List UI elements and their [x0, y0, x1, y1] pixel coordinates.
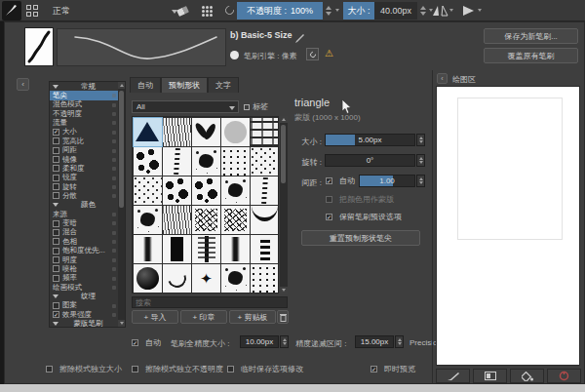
item-checkbox[interactable]	[53, 192, 59, 199]
brush-preset-icon[interactable]	[200, 4, 214, 19]
tip-search-input[interactable]	[132, 296, 288, 308]
settings-item-24[interactable]: 图案	[50, 301, 125, 310]
lock-icon[interactable]	[112, 286, 116, 290]
opacity-options-caret-icon[interactable]	[335, 9, 339, 12]
scroll-up-icon[interactable]	[118, 82, 125, 89]
item-checkbox[interactable]	[53, 165, 59, 172]
item-checkbox[interactable]	[53, 156, 59, 163]
lock-icon[interactable]	[112, 267, 116, 271]
brush-tip-ink-blob[interactable]	[134, 206, 162, 234]
lock-icon[interactable]	[112, 103, 116, 107]
full-size-spinner[interactable]	[280, 335, 289, 348]
full-size-field[interactable]: 10.00px	[240, 335, 279, 348]
tip-rotation-field[interactable]: 0°	[325, 154, 415, 167]
tip-rotation-spinner[interactable]	[416, 154, 425, 167]
settings-item-21[interactable]: 频率	[50, 274, 125, 283]
use-color-as-mask-checkbox[interactable]: 把颜色用作蒙版	[326, 194, 394, 205]
settings-item-6[interactable]: 宽高比	[50, 137, 125, 145]
tab-文字[interactable]: 文字	[208, 77, 239, 93]
spacing-auto-checkbox[interactable]: ✓自动	[326, 176, 355, 186]
lock-icon[interactable]	[112, 139, 116, 143]
instant-preview-checkbox[interactable]: ✓即时预览	[370, 364, 415, 374]
workspace-grid-icon[interactable]	[26, 5, 39, 18]
lock-icon[interactable]	[112, 213, 116, 216]
save-as-new-brush-button[interactable]: 保存为新笔刷...	[484, 28, 578, 44]
item-checkbox[interactable]	[53, 275, 59, 282]
lock-icon[interactable]	[112, 94, 116, 98]
brush-tip-swirl[interactable]	[163, 264, 191, 293]
mirror-h-caret-icon[interactable]	[449, 9, 453, 12]
overwrite-brush-button[interactable]: 覆盖原有笔刷	[484, 48, 578, 63]
scroll-down-icon[interactable]	[280, 287, 288, 294]
lock-icon[interactable]	[112, 112, 116, 116]
brush-tip-speckle[interactable]	[221, 147, 250, 176]
scratchpad-gradient-button[interactable]	[473, 369, 507, 383]
scratchpad-brush-button[interactable]	[436, 369, 470, 383]
brush-tip-sparse-dots[interactable]	[251, 264, 279, 293]
lock-icon[interactable]	[112, 149, 116, 153]
item-checkbox[interactable]	[53, 137, 59, 144]
settings-item-14[interactable]: 来源	[50, 210, 125, 218]
item-checkbox[interactable]	[53, 175, 59, 181]
item-checkbox[interactable]	[53, 220, 59, 227]
settings-section-0[interactable]: 常规	[50, 82, 125, 91]
item-checkbox[interactable]	[53, 248, 59, 255]
settings-section-23[interactable]: 纹理	[50, 292, 125, 300]
lock-icon[interactable]	[112, 304, 116, 308]
settings-item-10[interactable]: 锐度	[50, 174, 125, 182]
item-checkbox[interactable]	[53, 265, 59, 272]
eraser-mode-icon[interactable]	[176, 4, 190, 19]
lock-icon[interactable]	[112, 176, 116, 180]
lock-icon[interactable]	[112, 221, 116, 225]
settings-item-8[interactable]: 镜像	[50, 155, 125, 164]
tip-spacing-field[interactable]: 1.00	[359, 175, 415, 187]
settings-item-16[interactable]: 混合	[50, 228, 125, 237]
lock-icon[interactable]	[112, 158, 116, 162]
scrollbar-thumb[interactable]	[281, 125, 286, 183]
item-checkbox[interactable]	[53, 183, 59, 190]
engine-reload-button[interactable]	[306, 48, 319, 60]
mirror-horizontal-icon[interactable]	[432, 3, 448, 19]
tip-size-field[interactable]: 5.00px	[325, 134, 415, 146]
settings-section-26[interactable]: 蒙版笔刷	[50, 319, 125, 328]
brush-tip-scratch[interactable]	[221, 206, 250, 234]
brush-tip-drip-streak[interactable]	[163, 147, 191, 176]
scratchpad-reset-button[interactable]	[547, 369, 581, 383]
settings-item-12[interactable]: 分散	[50, 191, 125, 200]
settings-item-25[interactable]: ✓效果强度	[50, 310, 125, 319]
brush-tip-crescent[interactable]	[251, 206, 279, 234]
item-checkbox[interactable]: ✓	[53, 129, 59, 136]
scratchpad-fill-button[interactable]	[510, 369, 544, 383]
settings-list-scrollbar[interactable]	[118, 82, 125, 327]
lock-icon[interactable]	[112, 185, 116, 189]
size-spinner[interactable]	[418, 2, 427, 20]
item-checkbox[interactable]	[53, 256, 59, 263]
tip-grid-scrollbar[interactable]	[280, 116, 288, 294]
lock-icon[interactable]	[112, 240, 116, 244]
settings-item-20[interactable]: 喷枪	[50, 264, 125, 273]
temp-save-checkbox[interactable]: 临时保存选项修改	[227, 364, 303, 374]
settings-item-17[interactable]: 色相	[50, 237, 125, 246]
tag-button[interactable]: 标签	[244, 100, 281, 113]
item-checkbox[interactable]	[53, 229, 59, 236]
item-checkbox[interactable]	[53, 147, 59, 154]
brush-tip-sparkle[interactable]	[192, 264, 220, 293]
brush-tip-dots[interactable]	[192, 176, 220, 205]
brush-tip-burst[interactable]	[192, 206, 220, 234]
tab-预制形状[interactable]: 预制形状	[161, 77, 208, 93]
opacity-field[interactable]: 不透明度 : 100%	[237, 2, 323, 20]
settings-item-2[interactable]: 混色模式	[50, 100, 125, 109]
lock-icon[interactable]	[112, 231, 116, 235]
brush-tip-soft-circle[interactable]	[221, 118, 250, 146]
scrollbar-thumb[interactable]	[119, 91, 124, 208]
brush-tip-drip-line[interactable]	[251, 176, 279, 205]
brush-tip-triangle[interactable]	[134, 118, 162, 146]
mirror-v-caret-icon[interactable]	[478, 9, 482, 12]
brush-tip-light-speckle[interactable]	[134, 176, 162, 205]
scratchpad-collapse-button[interactable]: ‹	[437, 73, 448, 84]
reload-preset-icon[interactable]	[222, 4, 237, 19]
brush-tip-blot[interactable]	[221, 264, 250, 293]
brush-tip-orb[interactable]	[134, 264, 162, 293]
settings-item-15[interactable]: 变暗	[50, 218, 125, 227]
brush-tip-bubbles[interactable]	[163, 176, 191, 205]
